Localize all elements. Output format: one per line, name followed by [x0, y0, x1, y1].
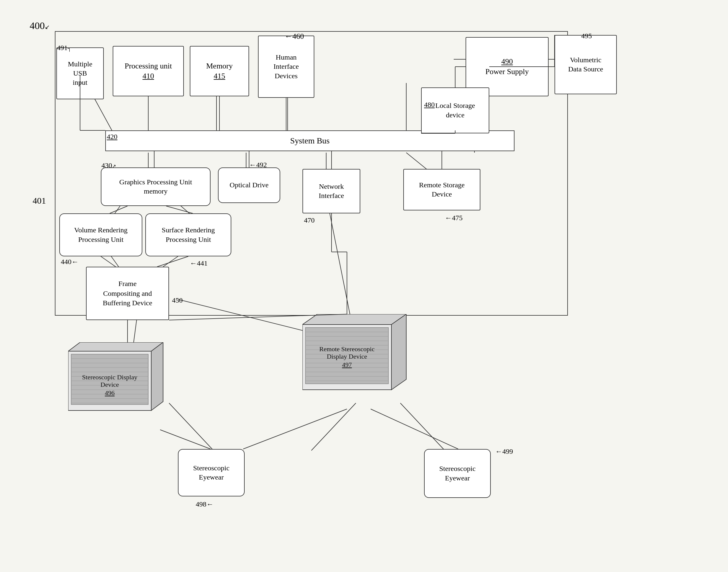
svg-line-20 — [169, 403, 213, 450]
svg-line-21 — [311, 403, 356, 450]
label-420: 420 — [107, 133, 118, 141]
processing-unit-id: 410 — [143, 71, 154, 81]
multiple-usb-box: MultipleUSBinput — [56, 48, 104, 99]
network-interface-box: NetworkInterface — [303, 169, 360, 213]
svg-line-89 — [371, 409, 458, 449]
svg-text:Display Device: Display Device — [327, 353, 367, 360]
svg-text:Stereoscopic Display: Stereoscopic Display — [82, 373, 137, 381]
label-470: 470 — [304, 216, 315, 224]
volume-rendering-label: Volume RenderingProcessing Unit — [74, 225, 128, 244]
memory-box: Memory 415 — [190, 46, 249, 96]
label-460: ←460 — [285, 32, 304, 41]
svg-marker-45 — [391, 314, 406, 390]
label-440: 440← — [61, 258, 79, 266]
eyewear-498-label: StereoscopicEyewear — [193, 463, 229, 482]
system-bus-label: System Bus — [290, 136, 329, 146]
remote-storage-label: Remote StorageDevice — [419, 181, 465, 199]
optical-drive-label: Optical Drive — [229, 181, 268, 190]
label-450: 450 — [172, 296, 183, 304]
local-storage-label: Local Storagedevice — [435, 101, 475, 120]
local-storage-box: Local Storagedevice — [421, 87, 489, 133]
memory-id: 415 — [214, 71, 225, 81]
svg-line-88 — [243, 409, 347, 449]
svg-text:497: 497 — [342, 361, 352, 368]
human-interface-label: HumanInterfaceDevices — [273, 53, 299, 81]
eyewear-499-label: StereoscopicEyewear — [439, 464, 476, 483]
svg-text:Device: Device — [101, 381, 119, 388]
gpu-memory-label: Graphics Processing Unitmemory — [119, 177, 192, 196]
power-supply-id: 490 — [502, 57, 513, 67]
surface-rendering-box: Surface RenderingProcessing Unit — [145, 213, 231, 257]
eyewear-499-box: StereoscopicEyewear — [424, 449, 491, 498]
label-492: ←492 — [249, 161, 267, 169]
volumetric-label: VolumetricData Source — [568, 55, 603, 74]
svg-line-22 — [400, 403, 445, 450]
svg-marker-27 — [151, 342, 163, 411]
processing-unit-box: Processing unit 410 — [113, 46, 184, 96]
frame-compositing-label: FrameCompositing andBuffering Device — [103, 279, 152, 308]
power-supply-label: Power Supply — [485, 67, 529, 77]
surface-rendering-label: Surface RenderingProcessing Unit — [161, 225, 215, 244]
network-interface-label: NetworkInterface — [319, 182, 344, 200]
figure-label-400: 400↙ — [30, 20, 50, 31]
label-499: ←499 — [495, 447, 513, 455]
svg-line-87 — [160, 430, 210, 449]
label-498: 498← — [196, 500, 213, 508]
svg-marker-26 — [68, 342, 163, 351]
label-401: 401 — [32, 196, 46, 206]
optical-drive-box: Optical Drive — [218, 167, 280, 203]
multiple-usb-label: MultipleUSBinput — [68, 60, 92, 87]
label-430: 430↗ — [102, 161, 116, 169]
svg-text:Remote Stereoscopic: Remote Stereoscopic — [319, 345, 375, 353]
eyewear-498-box: StereoscopicEyewear — [178, 449, 245, 496]
gpu-memory-box: Graphics Processing Unitmemory — [101, 167, 210, 206]
frame-compositing-box: FrameCompositing andBuffering Device — [86, 267, 169, 320]
remote-storage-box: Remote StorageDevice — [403, 169, 480, 210]
volume-rendering-box: Volume RenderingProcessing Unit — [59, 213, 142, 257]
processing-unit-label: Processing unit — [125, 61, 172, 71]
stereoscopic-display-container: Stereoscopic Display Device 496 — [68, 342, 175, 430]
system-bus-box: System Bus — [105, 130, 515, 151]
label-480: 480 — [424, 101, 435, 109]
label-475: ←475 — [445, 214, 463, 222]
label-491: 491┐ — [57, 44, 71, 52]
remote-stereoscopic-container: Remote Stereoscopic Display Device 497 — [303, 314, 421, 409]
svg-marker-44 — [303, 314, 406, 325]
label-495: 495 — [581, 32, 592, 40]
svg-text:496: 496 — [105, 389, 115, 397]
label-441: ←441 — [190, 259, 208, 267]
memory-label: Memory — [206, 61, 233, 71]
human-interface-box: HumanInterfaceDevices — [258, 35, 314, 98]
volumetric-box: VolumetricData Source — [554, 35, 617, 94]
